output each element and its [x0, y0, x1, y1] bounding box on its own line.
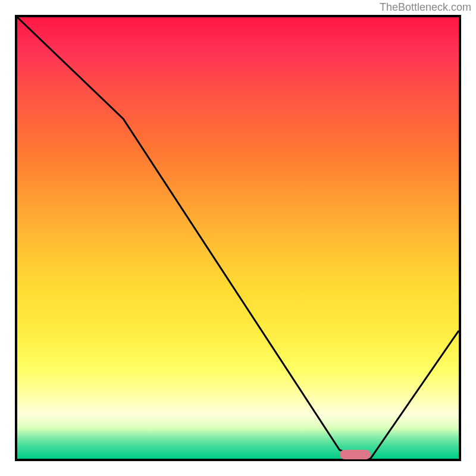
gradient-background — [17, 17, 459, 459]
chart-area — [15, 15, 461, 461]
optimal-marker — [340, 450, 371, 459]
watermark-text: TheBottleneck.com — [380, 1, 471, 14]
